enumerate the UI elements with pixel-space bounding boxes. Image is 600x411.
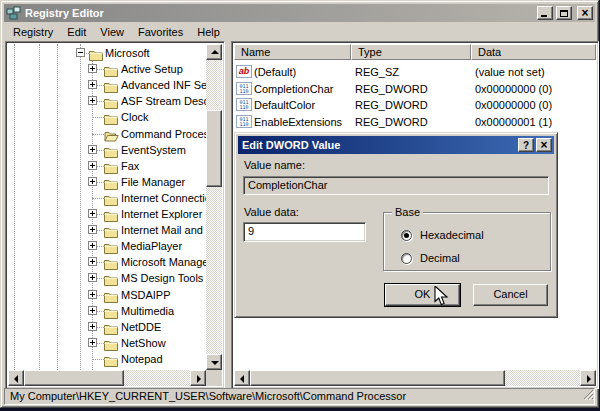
- tree-item[interactable]: Advanced INF Setup: [8, 77, 207, 93]
- tree-item-label[interactable]: Internet Connection Wizard: [121, 191, 207, 205]
- hexadecimal-radio-label[interactable]: Hexadecimal: [420, 229, 484, 241]
- tree-item[interactable]: NetDDE: [8, 319, 207, 335]
- menu-item-registry[interactable]: Registry: [6, 24, 60, 40]
- tree-item-label[interactable]: Microsoft: [105, 46, 150, 60]
- tree-item-label[interactable]: Notepad: [121, 352, 163, 366]
- tree-item[interactable]: File Manager: [8, 174, 207, 190]
- tree-item[interactable]: Microsoft: [8, 45, 207, 61]
- expand-icon[interactable]: [88, 322, 97, 331]
- expand-icon[interactable]: [88, 225, 97, 234]
- value-row[interactable]: 011110DefaultColorREG_DWORD0x00000000 (0…: [234, 97, 596, 113]
- expand-icon[interactable]: [88, 273, 97, 282]
- value-type: REG_DWORD: [355, 82, 428, 96]
- collapse-icon[interactable]: [76, 48, 85, 57]
- expand-icon[interactable]: [88, 241, 97, 250]
- expand-icon[interactable]: [88, 177, 97, 186]
- tree-item[interactable]: MSDAIPP: [8, 287, 207, 303]
- minimize-button[interactable]: [537, 6, 553, 20]
- menu-item-view[interactable]: View: [93, 24, 131, 40]
- tree-horizontal-scrollbar[interactable]: [8, 370, 206, 386]
- scroll-right-button[interactable]: [190, 370, 206, 386]
- vertical-scroll-thumb[interactable]: [206, 110, 222, 187]
- tree-item[interactable]: NetShow: [8, 335, 207, 351]
- scroll-right-button[interactable]: [580, 370, 596, 386]
- value-row[interactable]: ab(Default)REG_SZ(value not set): [234, 64, 596, 80]
- expand-icon[interactable]: [88, 306, 97, 315]
- column-header-data[interactable]: Data: [471, 44, 596, 60]
- value-row[interactable]: 011110CompletionCharREG_DWORD0x00000000 …: [234, 81, 596, 97]
- dialog-close-button[interactable]: ×: [536, 138, 552, 152]
- tree-item[interactable]: MS Design Tools: [8, 270, 207, 286]
- expand-icon[interactable]: [88, 161, 97, 170]
- tree-item-label[interactable]: NetDDE: [121, 320, 161, 334]
- horizontal-scroll-thumb[interactable]: [250, 370, 505, 386]
- column-header-type[interactable]: Type: [351, 44, 471, 60]
- tree-item[interactable]: MediaPlayer: [8, 238, 207, 254]
- tree-item[interactable]: Active Setup: [8, 61, 207, 77]
- expand-icon[interactable]: [88, 209, 97, 218]
- value-name[interactable]: (Default): [254, 65, 296, 79]
- tree-item[interactable]: Internet Mail and News: [8, 222, 207, 238]
- expand-icon[interactable]: [88, 290, 97, 299]
- value-type: REG_SZ: [355, 65, 399, 79]
- tree-item[interactable]: Microsoft Management Console: [8, 254, 207, 270]
- column-header-name[interactable]: Name: [234, 44, 351, 60]
- tree-item-label[interactable]: MS Design Tools: [121, 271, 203, 285]
- menu-item-favorites[interactable]: Favorites: [131, 24, 190, 40]
- tree-item-label[interactable]: EventSystem: [121, 143, 186, 157]
- decimal-radio-label[interactable]: Decimal: [420, 252, 460, 264]
- expand-icon[interactable]: [88, 145, 97, 154]
- expand-icon[interactable]: [88, 338, 97, 347]
- close-button[interactable]: ×: [577, 6, 593, 20]
- expand-icon[interactable]: [88, 96, 97, 105]
- tree-item-label[interactable]: Multimedia: [121, 304, 174, 318]
- tree-item-label[interactable]: Fax: [121, 159, 139, 173]
- tree-item-label[interactable]: MSDAIPP: [121, 288, 171, 302]
- tree-item-label[interactable]: Internet Explorer: [121, 207, 202, 221]
- value-row[interactable]: 011110EnableExtensionsREG_DWORD0x0000000…: [234, 114, 596, 130]
- value-name[interactable]: CompletionChar: [254, 82, 333, 96]
- decimal-radio[interactable]: [401, 253, 412, 264]
- value-name[interactable]: EnableExtensions: [254, 115, 342, 129]
- menu-item-edit[interactable]: Edit: [60, 24, 93, 40]
- tree-item-label[interactable]: Active Setup: [121, 62, 183, 76]
- scroll-left-button[interactable]: [234, 370, 250, 386]
- value-name[interactable]: DefaultColor: [254, 98, 315, 112]
- scroll-left-button[interactable]: [8, 370, 24, 386]
- tree-item-label[interactable]: Command Processor: [121, 127, 207, 141]
- tree-item[interactable]: Multimedia: [8, 303, 207, 319]
- resize-grip-icon[interactable]: [581, 388, 594, 404]
- tree-item[interactable]: Notepad: [8, 351, 207, 367]
- tree-item-label[interactable]: NetShow: [121, 336, 166, 350]
- maximize-button[interactable]: [556, 6, 572, 20]
- list-horizontal-scrollbar[interactable]: [234, 370, 596, 386]
- tree-item-label[interactable]: MediaPlayer: [121, 239, 182, 253]
- expand-icon[interactable]: [88, 80, 97, 89]
- tree-item[interactable]: Fax: [8, 158, 207, 174]
- tree-item[interactable]: Command Processor: [8, 126, 207, 142]
- horizontal-scroll-thumb[interactable]: [24, 370, 124, 386]
- value-data-input[interactable]: 9: [243, 222, 366, 242]
- cancel-button[interactable]: Cancel: [473, 284, 548, 306]
- folder-icon: [104, 353, 118, 365]
- tree-item-label[interactable]: Clock: [121, 110, 149, 124]
- expand-icon[interactable]: [88, 257, 97, 266]
- tree-item[interactable]: Internet Connection Wizard: [8, 190, 207, 206]
- tree-item-label[interactable]: Microsoft Management Console: [121, 255, 207, 269]
- tree-item[interactable]: ASF Stream Descriptor: [8, 93, 207, 109]
- scroll-down-button[interactable]: [206, 354, 222, 370]
- menu-item-help[interactable]: Help: [190, 24, 227, 40]
- expand-icon[interactable]: [88, 64, 97, 73]
- scroll-up-button[interactable]: [206, 44, 222, 60]
- tree-item[interactable]: EventSystem: [8, 142, 207, 158]
- tree-item[interactable]: Clock: [8, 109, 207, 125]
- base-groupbox: Base Hexadecimal Decimal: [383, 212, 551, 271]
- tree-vertical-scrollbar[interactable]: [206, 44, 222, 370]
- tree-item[interactable]: Internet Explorer: [8, 206, 207, 222]
- tree-item-label[interactable]: Internet Mail and News: [121, 223, 207, 237]
- tree-item-label[interactable]: File Manager: [121, 175, 185, 189]
- tree-item-label[interactable]: Advanced INF Setup: [121, 78, 207, 92]
- dialog-help-button[interactable]: ?: [518, 138, 534, 152]
- tree-item-label[interactable]: ASF Stream Descriptor: [121, 94, 207, 108]
- hexadecimal-radio[interactable]: [401, 230, 412, 241]
